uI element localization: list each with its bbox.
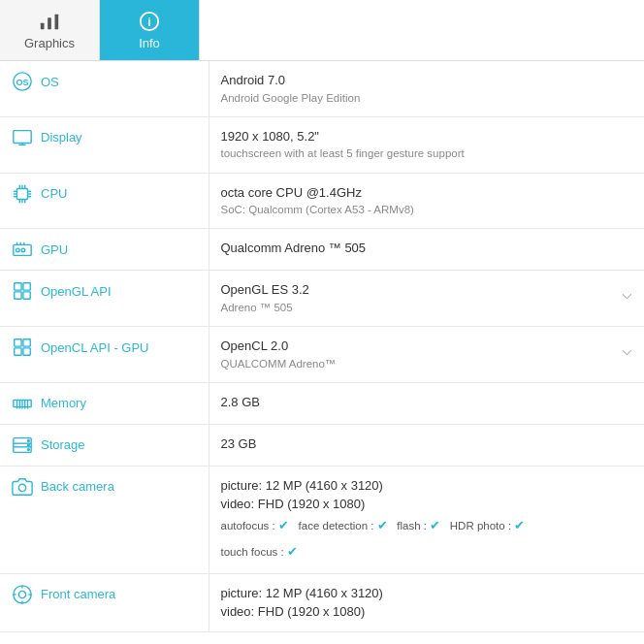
svg-point-52 <box>28 444 30 446</box>
table-row: OpenGL API OpenGL ES 3.2 Adreno ™ 505 ⌵ <box>0 271 644 327</box>
back-camera-label-text: Back camera <box>41 479 114 494</box>
cpu-value-main: octa core CPU @1.4GHz <box>221 183 633 203</box>
front-camera-icon <box>12 584 33 605</box>
opengl-label-text: OpenGL API <box>41 284 112 299</box>
svg-rect-32 <box>23 292 30 299</box>
tab-graphics-label: Graphics <box>24 36 75 50</box>
svg-rect-33 <box>15 339 21 346</box>
svg-point-51 <box>28 439 30 441</box>
svg-point-54 <box>18 484 25 491</box>
svg-point-25 <box>21 248 25 252</box>
tabs-bar: Graphics i Info <box>0 0 644 61</box>
svg-rect-31 <box>15 292 21 299</box>
back-camera-features-line1: autofocus : ✔ face detection : ✔ flash :… <box>221 514 633 536</box>
opencl-value-sub: QUALCOMM Adreno™ <box>221 356 337 372</box>
storage-value-main: 23 GB <box>221 435 633 454</box>
svg-rect-2 <box>55 14 59 29</box>
cpu-value-sub: SoC: Qualcomm (Cortex A53 - ARMv8) <box>221 202 633 218</box>
back-camera-icon <box>12 476 33 498</box>
os-value-sub: Android Google Play Edition <box>221 90 633 107</box>
memory-label-text: Memory <box>41 396 86 410</box>
info-table: OS OS Android 7.0 Android Google Play Ed… <box>0 61 644 632</box>
back-camera-label: Back camera <box>12 476 197 498</box>
opencl-label-text: OpenCL API - GPU <box>41 340 149 355</box>
gpu-label-text: GPU <box>41 242 68 257</box>
front-camera-label-text: Front camera <box>41 587 115 601</box>
svg-point-53 <box>28 448 30 450</box>
table-row: Front camera picture: 12 MP (4160 x 3120… <box>0 573 644 631</box>
tab-graphics[interactable]: Graphics <box>0 0 100 60</box>
svg-rect-30 <box>23 283 30 290</box>
face-detection-check: ✔ <box>377 518 388 532</box>
touch-focus-check: ✔ <box>287 544 298 559</box>
svg-point-56 <box>18 591 25 597</box>
display-icon <box>12 127 33 148</box>
svg-rect-1 <box>48 17 51 29</box>
front-camera-value-main: picture: 12 MP (4160 x 3120) <box>221 584 633 603</box>
os-label-text: OS <box>41 75 59 89</box>
memory-value-main: 2.8 GB <box>221 393 633 412</box>
display-label-text: Display <box>41 130 82 145</box>
svg-rect-7 <box>14 130 31 143</box>
back-camera-video: video: FHD (1920 x 1080) <box>221 495 633 514</box>
opencl-label: OpenCL API - GPU <box>12 337 197 358</box>
svg-text:OS: OS <box>16 78 28 87</box>
back-camera-features-line2: touch focus : ✔ <box>221 540 633 563</box>
svg-rect-10 <box>17 188 28 199</box>
tab-info[interactable]: i Info <box>100 0 200 60</box>
opencl-value-cell: OpenCL 2.0 QUALCOMM Adreno™ ⌵ <box>221 337 633 372</box>
table-row: Back camera picture: 12 MP (4160 x 3120)… <box>0 466 644 573</box>
flash-check: ✔ <box>430 518 440 532</box>
os-label: OS OS <box>12 71 197 92</box>
storage-icon <box>12 435 33 456</box>
tab-info-label: Info <box>139 36 160 50</box>
cpu-icon <box>12 183 33 205</box>
gpu-icon <box>12 239 33 260</box>
opencl-value-main: OpenCL 2.0 <box>221 337 337 356</box>
opengl-label: OpenGL API <box>12 280 197 302</box>
graphics-icon <box>39 11 60 32</box>
storage-label: Storage <box>12 435 197 456</box>
memory-label: Memory <box>12 393 197 414</box>
autofocus-check: ✔ <box>278 518 289 532</box>
opengl-icon <box>12 280 33 302</box>
svg-rect-34 <box>23 339 30 346</box>
table-row: CPU octa core CPU @1.4GHz SoC: Qualcomm … <box>0 173 644 229</box>
svg-rect-36 <box>23 348 30 355</box>
back-camera-value-main: picture: 12 MP (4160 x 3120) <box>221 476 633 496</box>
table-row: OpenCL API - GPU OpenCL 2.0 QUALCOMM Adr… <box>0 327 644 383</box>
cpu-label: CPU <box>12 183 197 205</box>
display-value-sub: touchscreen with at least 5 finger gestu… <box>221 145 633 162</box>
table-row: Memory 2.8 GB <box>0 382 644 424</box>
opengl-chevron-icon[interactable]: ⌵ <box>622 282 632 304</box>
svg-text:i: i <box>147 15 150 28</box>
hdr-check: ✔ <box>514 518 525 532</box>
table-row: OS OS Android 7.0 Android Google Play Ed… <box>0 61 644 116</box>
memory-icon <box>12 393 33 414</box>
info-icon: i <box>139 11 160 32</box>
opengl-value-main: OpenGL ES 3.2 <box>221 280 309 300</box>
opencl-icon <box>12 337 33 358</box>
cpu-label-text: CPU <box>41 186 67 201</box>
svg-rect-35 <box>15 348 21 355</box>
opencl-chevron-icon[interactable]: ⌵ <box>622 338 632 360</box>
display-label: Display <box>12 127 197 148</box>
display-value-main: 1920 x 1080, 5.2" <box>221 127 633 146</box>
opengl-value-cell: OpenGL ES 3.2 Adreno ™ 505 ⌵ <box>221 280 633 316</box>
os-icon: OS <box>12 71 33 92</box>
gpu-label: GPU <box>12 239 197 260</box>
svg-rect-0 <box>41 22 45 28</box>
opengl-value-sub: Adreno ™ 505 <box>221 300 309 316</box>
front-camera-video: video: FHD (1920 x 1080) <box>221 602 633 622</box>
table-row: Storage 23 GB <box>0 424 644 466</box>
table-row: GPU Qualcomm Adreno ™ 505 <box>0 229 644 271</box>
svg-point-24 <box>16 248 20 252</box>
svg-rect-29 <box>15 283 21 290</box>
table-row: Display 1920 x 1080, 5.2" touchscreen wi… <box>0 116 644 173</box>
front-camera-label: Front camera <box>12 584 197 605</box>
os-value-main: Android 7.0 <box>221 71 633 90</box>
storage-label-text: Storage <box>41 437 85 452</box>
gpu-value-main: Qualcomm Adreno ™ 505 <box>221 239 633 258</box>
